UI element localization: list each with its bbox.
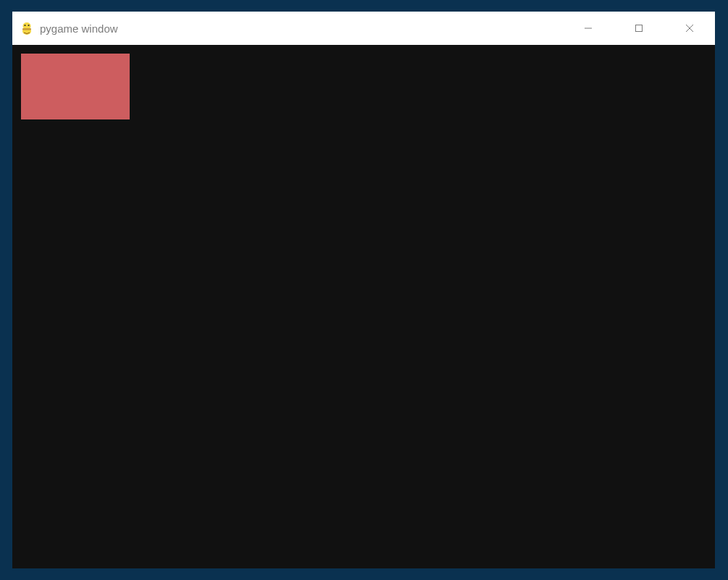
pygame-snake-icon [20, 21, 34, 35]
title-left: pygame window [12, 21, 118, 35]
application-window: pygame window [12, 12, 715, 568]
minimize-button[interactable] [563, 12, 614, 45]
svg-rect-6 [636, 25, 643, 32]
titlebar[interactable]: pygame window [12, 12, 715, 45]
window-controls [563, 12, 715, 45]
close-button[interactable] [664, 12, 715, 45]
window-title: pygame window [40, 22, 118, 35]
maximize-button[interactable] [614, 12, 664, 45]
svg-point-2 [24, 25, 25, 26]
pygame-canvas[interactable] [12, 45, 715, 568]
canvas-rect [21, 54, 130, 119]
svg-rect-4 [22, 28, 31, 30]
svg-point-3 [28, 25, 29, 26]
